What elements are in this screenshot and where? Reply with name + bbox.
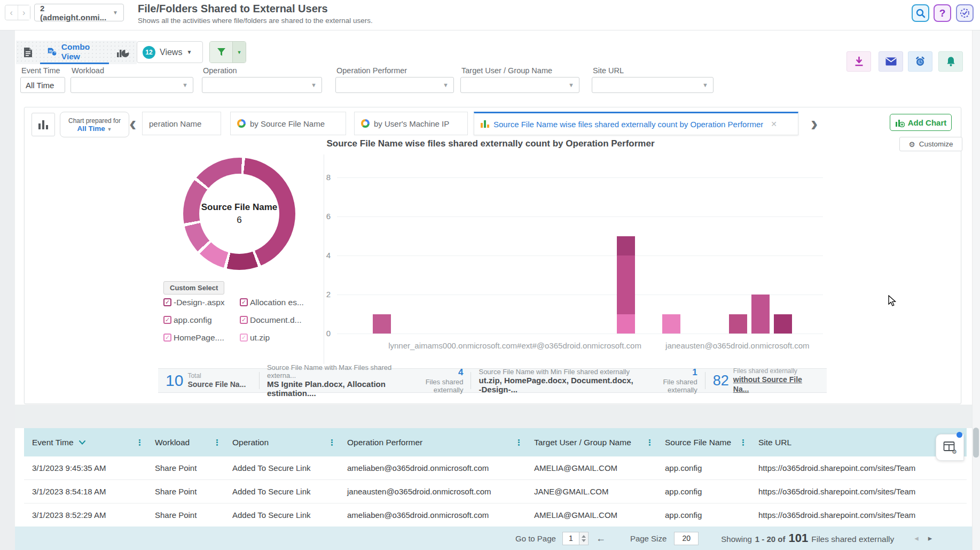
stat-min-count: 1 [644, 367, 697, 378]
export-button[interactable] [846, 51, 871, 72]
chart-tab[interactable]: by User's Machine IP [354, 112, 468, 135]
table-row[interactable]: 3/1/2023 9:45:35 AMShare PointAdded To S… [24, 456, 967, 480]
file-checkbox-item[interactable]: ✓-Design-.aspx [163, 298, 240, 307]
chart-type-button[interactable] [32, 113, 55, 136]
column-menu-icon[interactable]: ⋮ [739, 438, 747, 446]
filter-operation-performer[interactable]: ▼ [335, 77, 454, 93]
bell-icon [946, 56, 955, 67]
column-header-source-file-name[interactable]: Source File Name⋮ [657, 428, 750, 456]
filter-operation[interactable]: ▼ [202, 77, 322, 93]
bar[interactable] [617, 236, 635, 334]
bar-segment[interactable] [373, 314, 391, 334]
page-number-input[interactable]: 1 [562, 532, 579, 545]
chart-tab[interactable]: peration Name [142, 112, 221, 135]
filter-split-button[interactable]: ▼ [209, 41, 246, 63]
column-header-site-url[interactable]: Site URL [750, 428, 967, 456]
scrollbar-thumb[interactable] [973, 428, 979, 458]
email-button[interactable] [879, 51, 903, 72]
filter-workload[interactable]: ▼ [70, 77, 193, 93]
column-menu-icon[interactable]: ⋮ [328, 438, 336, 446]
tab-grid-view[interactable] [16, 41, 40, 64]
column-menu-icon[interactable]: ⋮ [213, 438, 221, 446]
page-size-input[interactable]: 20 [674, 532, 699, 545]
page-number-stepper[interactable] [579, 532, 589, 545]
bar-segment[interactable] [617, 255, 635, 314]
alerts-button[interactable] [938, 51, 963, 72]
column-header-target-user-group-name[interactable]: Target User / Group Name⋮ [526, 428, 657, 456]
tab-combo-view[interactable]: Combo View [40, 41, 109, 64]
bar[interactable] [662, 314, 680, 334]
audit-status-button[interactable] [956, 4, 974, 22]
schedule-button[interactable] [908, 51, 932, 72]
bar[interactable] [373, 314, 391, 334]
y-axis-tick-label: 0 [309, 329, 331, 338]
checkbox-checked-icon[interactable]: ✓ [240, 334, 248, 342]
stat-without-link[interactable]: without Source File Na... [733, 375, 819, 394]
file-checkbox-item[interactable]: ✓app.config [163, 315, 240, 325]
checkbox-checked-icon[interactable]: ✓ [240, 298, 248, 306]
stat-min-value: ut.zip, HomePage.docx, Document.docx, -D… [479, 376, 636, 394]
search-button[interactable] [912, 4, 929, 22]
filter-target-user-group-name[interactable]: ▼ [460, 77, 579, 93]
filter-caret[interactable]: ▼ [232, 42, 246, 63]
go-back-arrow-icon[interactable]: ← [596, 533, 606, 544]
column-menu-icon[interactable]: ⋮ [646, 438, 654, 446]
column-settings-button[interactable]: ⚙ [936, 434, 964, 461]
tenant-dropdown[interactable]: 2 (admeight.onmi... ▼ [34, 4, 124, 21]
chart-tab[interactable]: Source File Name wise files shared exter… [474, 112, 798, 135]
bar[interactable] [751, 295, 770, 334]
donut-center-label: Source File Name [201, 202, 278, 213]
column-header-label: Target User / Group Name [534, 438, 631, 447]
donut-center-value: 6 [237, 215, 241, 226]
donut-chart-icon [237, 119, 246, 128]
table-cell: JANE@GMAIL.COM [526, 487, 657, 496]
bar-segment[interactable] [617, 236, 635, 256]
prev-page-icon[interactable]: ◂ [914, 533, 919, 543]
scrollbar-track[interactable] [972, 30, 980, 550]
bar-segment[interactable] [751, 295, 770, 334]
checkbox-checked-icon[interactable]: ✓ [163, 316, 171, 324]
column-menu-icon[interactable]: ⋮ [136, 438, 144, 446]
column-menu-icon[interactable]: ⋮ [515, 438, 523, 446]
bar-segment[interactable] [617, 314, 635, 334]
add-chart-button[interactable]: Add Chart [890, 114, 952, 131]
column-header-workload[interactable]: Workload⋮ [147, 428, 224, 456]
x-axis-label: janeausten@o365droid.onmicrosoft.com [665, 341, 810, 350]
bar[interactable] [729, 314, 747, 334]
filter-event-time[interactable]: All Time [20, 77, 65, 93]
chart-tab[interactable]: by Source File Name [230, 112, 346, 135]
custom-select-button[interactable]: Custom Select [163, 281, 224, 295]
column-header-operation-performer[interactable]: Operation Performer⋮ [339, 428, 526, 456]
file-checkbox-item[interactable]: ✓Document.d... [240, 315, 325, 325]
checkbox-checked-icon[interactable]: ✓ [163, 334, 171, 342]
table-cell: ameliaben@o365droid.onmicrosoft.com [339, 463, 526, 472]
gridline [337, 177, 823, 178]
table-body: 3/1/2023 9:45:35 AMShare PointAdded To S… [24, 456, 967, 527]
column-header-operation[interactable]: Operation⋮ [224, 428, 339, 456]
nav-forward-button[interactable]: › [18, 5, 30, 20]
help-button[interactable]: ? [934, 4, 951, 22]
sort-desc-icon[interactable] [79, 440, 85, 445]
checkbox-checked-icon[interactable]: ✓ [240, 316, 248, 324]
tabs-scroll-left-icon[interactable]: ‹ [129, 112, 136, 135]
bar-segment[interactable] [662, 314, 680, 334]
bar-segment[interactable] [774, 314, 792, 334]
file-checkbox-item[interactable]: ✓HomePage.... [163, 333, 240, 343]
bar[interactable] [774, 314, 792, 334]
column-header-event-time[interactable]: Event Time⋮ [24, 428, 147, 456]
bar-segment[interactable] [729, 314, 747, 334]
tabs-scroll-right-icon[interactable]: › [811, 112, 818, 135]
close-icon[interactable]: ✕ [771, 120, 777, 128]
filter-label: Operation Performer [336, 66, 407, 75]
table-row[interactable]: 3/1/2023 8:52:29 AMShare PointAdded To S… [24, 503, 967, 527]
next-page-icon[interactable]: ▸ [928, 533, 932, 543]
file-checkbox-item[interactable]: ✓Allocation es... [240, 298, 325, 307]
table-row[interactable]: 3/1/2023 8:54:18 AMShare PointAdded To S… [24, 480, 967, 503]
views-dropdown[interactable]: 12 Views ▼ [137, 41, 203, 63]
showing-suffix: Files shared externally [811, 534, 894, 544]
nav-back-button[interactable]: ‹ [5, 5, 18, 20]
filter-site-url[interactable]: ▼ [592, 77, 714, 93]
checkbox-checked-icon[interactable]: ✓ [163, 298, 171, 306]
chart-prepared-for-dropdown[interactable]: Chart prepared for All Time ▼ [60, 112, 129, 137]
tab-chart-view[interactable] [109, 41, 137, 64]
